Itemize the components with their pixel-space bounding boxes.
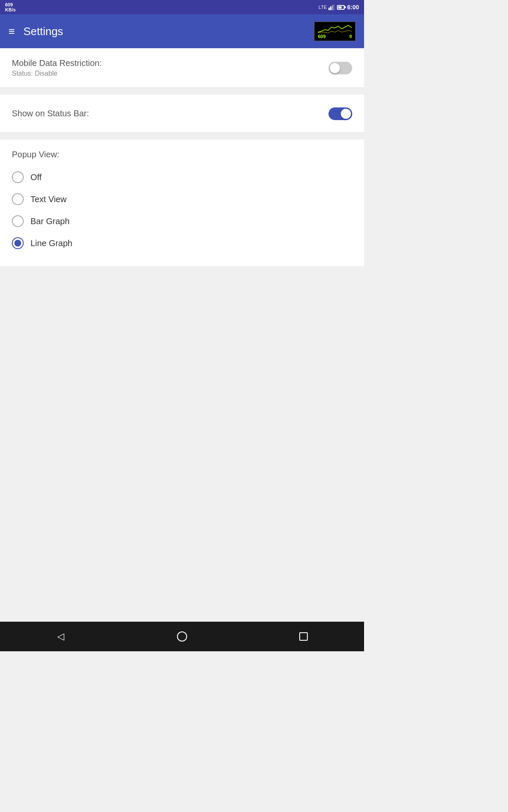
home-button[interactable] bbox=[171, 626, 193, 647]
radio-circle-bar-graph bbox=[12, 215, 24, 227]
mobile-data-restriction-thumb bbox=[330, 63, 340, 73]
radio-item-line-graph[interactable]: Line Graph bbox=[12, 234, 352, 252]
home-icon bbox=[177, 631, 187, 642]
signal-icon bbox=[329, 4, 334, 10]
svg-rect-2 bbox=[332, 5, 333, 10]
svg-rect-0 bbox=[329, 8, 330, 10]
show-on-status-bar-label: Show on Status Bar: bbox=[12, 109, 89, 118]
battery-icon bbox=[337, 5, 345, 10]
divider-2 bbox=[0, 133, 364, 140]
radio-label-bar-graph: Bar Graph bbox=[30, 217, 69, 226]
popup-view-radio-group: Off Text View Bar Graph Line Graph bbox=[12, 168, 352, 252]
mobile-data-restriction-status: Status: Disable bbox=[12, 70, 102, 77]
status-bar: 609 KB/s LTE 6:00 bbox=[0, 0, 364, 14]
radio-circle-off bbox=[12, 171, 24, 183]
mobile-data-restriction-content: Mobile Data Restriction: Status: Disable bbox=[12, 58, 102, 77]
back-button[interactable]: ◁ bbox=[50, 626, 71, 647]
recent-apps-icon bbox=[299, 632, 308, 641]
mobile-data-restriction-track bbox=[329, 62, 352, 74]
show-on-status-bar-toggle[interactable] bbox=[329, 107, 352, 120]
radio-item-text-view[interactable]: Text View bbox=[12, 190, 352, 208]
radio-circle-line-graph bbox=[12, 237, 24, 249]
radio-circle-text-view bbox=[12, 193, 24, 205]
status-bar-right: LTE 6:00 bbox=[319, 4, 359, 11]
mobile-data-restriction-label: Mobile Data Restriction: bbox=[12, 58, 102, 68]
app-bar: ≡ Settings 609 9 bbox=[0, 14, 364, 48]
radio-label-off: Off bbox=[30, 173, 41, 182]
radio-label-text-view: Text View bbox=[30, 195, 66, 204]
status-bar-left: 609 KB/s bbox=[5, 2, 16, 12]
widget-graph bbox=[318, 24, 352, 34]
popup-view-title: Popup View: bbox=[12, 150, 352, 159]
line-graph-preview bbox=[318, 24, 352, 34]
widget-speed: 609 bbox=[318, 34, 326, 39]
status-speed: 609 bbox=[5, 2, 13, 7]
show-on-status-bar-thumb bbox=[341, 109, 351, 119]
radio-label-line-graph: Line Graph bbox=[30, 239, 72, 248]
status-time: 6:00 bbox=[347, 4, 359, 11]
radio-item-bar-graph[interactable]: Bar Graph bbox=[12, 212, 352, 230]
recent-apps-button[interactable] bbox=[293, 626, 314, 647]
status-speed-unit: KB/s bbox=[5, 7, 16, 12]
widget-labels: 609 9 bbox=[318, 34, 352, 39]
show-on-status-bar-row: Show on Status Bar: bbox=[0, 95, 364, 133]
app-bar-left: ≡ Settings bbox=[8, 25, 63, 38]
divider-1 bbox=[0, 88, 364, 95]
menu-button[interactable]: ≡ bbox=[8, 26, 15, 37]
speed-widget: 609 9 bbox=[314, 22, 356, 41]
show-on-status-bar-track bbox=[329, 107, 352, 120]
network-type-label: LTE bbox=[319, 4, 334, 10]
mobile-data-restriction-row: Mobile Data Restriction: Status: Disable bbox=[0, 48, 364, 88]
back-icon: ◁ bbox=[57, 631, 64, 642]
mobile-data-restriction-toggle[interactable] bbox=[329, 62, 352, 74]
svg-rect-3 bbox=[334, 4, 334, 10]
widget-number: 9 bbox=[349, 34, 352, 39]
lte-icon: LTE bbox=[319, 5, 327, 10]
page-title: Settings bbox=[23, 25, 63, 38]
content-area: Mobile Data Restriction: Status: Disable… bbox=[0, 48, 364, 266]
popup-view-section: Popup View: Off Text View Bar Graph Line… bbox=[0, 140, 364, 266]
show-on-status-bar-content: Show on Status Bar: bbox=[12, 109, 89, 118]
svg-rect-1 bbox=[330, 6, 331, 10]
radio-item-off[interactable]: Off bbox=[12, 168, 352, 187]
bottom-navigation-bar: ◁ bbox=[0, 622, 364, 651]
